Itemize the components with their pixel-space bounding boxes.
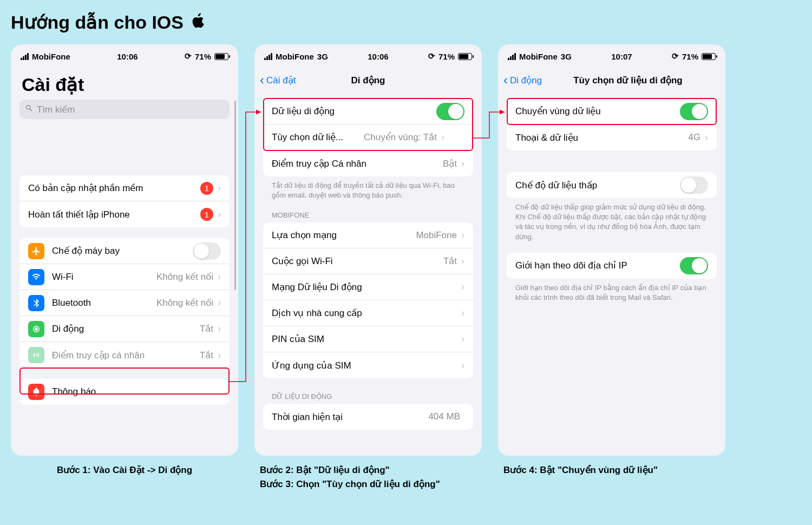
- chevron-right-icon: ›: [461, 158, 464, 169]
- status-bar: MobiFone 3G 10:07 ⟳ 71%: [498, 44, 725, 68]
- row-label: Dữ liệu di động: [272, 106, 436, 117]
- row-label: Di động: [52, 323, 200, 334]
- row-data-options[interactable]: Tùy chọn dữ liệ... Chuyển vùng: Tắt ›: [263, 124, 473, 150]
- bluetooth-icon: [28, 295, 44, 311]
- carrier-label: MobiFone: [32, 52, 70, 61]
- back-button[interactable]: ‹ Cài đặt: [260, 73, 296, 88]
- network-label: 3G: [561, 52, 572, 61]
- signal-icon: [508, 53, 516, 60]
- section-header: MOBIFONE: [254, 208, 482, 222]
- toggle-roaming[interactable]: [680, 103, 708, 120]
- chevron-right-icon: ›: [705, 132, 708, 143]
- chevron-right-icon: ›: [218, 350, 221, 361]
- search-icon: [25, 104, 34, 115]
- row-hotspot[interactable]: Điểm truy cập cá nhân Tắt ›: [19, 342, 230, 368]
- signal-icon: [264, 53, 272, 60]
- search-input[interactable]: Tìm kiếm: [19, 100, 230, 119]
- phone-1-settings: MobiFone 10:06 ⟳ 71% Cài đặt Tìm kiếm Có…: [11, 44, 238, 456]
- chevron-right-icon: ›: [218, 182, 221, 194]
- row-detail: Không kết nối: [156, 297, 213, 309]
- row-label: Ứng dụng của SIM: [272, 360, 461, 371]
- row-network-select[interactable]: Lựa chọn mạngMobiFone›: [263, 222, 473, 248]
- status-bar: MobiFone 10:06 ⟳ 71%: [11, 44, 238, 68]
- toggle-ip-limit[interactable]: [680, 257, 708, 274]
- chevron-right-icon: ›: [461, 281, 464, 293]
- back-button[interactable]: ‹ Di động: [503, 73, 542, 88]
- row-detail: Tắt: [443, 255, 457, 267]
- row-airplane[interactable]: Chế độ máy bay: [19, 238, 230, 264]
- row-notifications[interactable]: Thông báo: [19, 379, 230, 405]
- group-data: Dữ liệu di động Tùy chọn dữ liệ... Chuyể…: [263, 99, 473, 176]
- airplane-icon: [28, 243, 44, 259]
- status-bar: MobiFone 3G 10:06 ⟳ 71%: [254, 44, 482, 68]
- row-wifi[interactable]: Wi-Fi Không kết nối ›: [19, 264, 230, 290]
- chevron-right-icon: ›: [461, 255, 464, 267]
- row-software-update[interactable]: Có bản cập nhật phần mềm 1 ›: [19, 175, 230, 201]
- group-carrier: Lựa chọn mạngMobiFone› Cuộc gọi Wi-FiTắt…: [263, 222, 473, 378]
- row-sim-pin[interactable]: PIN của SIM›: [263, 326, 473, 352]
- group-usage: Thời gian hiện tại404 MB: [263, 404, 473, 430]
- search-placeholder: Tìm kiếm: [37, 104, 75, 115]
- row-mobile-data[interactable]: Dữ liệu di động: [263, 99, 473, 124]
- row-low-data[interactable]: Chế độ dữ liệu thấp: [507, 172, 717, 198]
- footer-note: Giới hạn theo dõi địa chỉ IP bằng cách ẩ…: [498, 283, 725, 310]
- back-label: Cài đặt: [266, 75, 296, 86]
- row-label: Bluetooth: [52, 298, 156, 309]
- row-data-roaming[interactable]: Chuyển vùng dữ liệu: [507, 99, 717, 124]
- row-label: Tùy chọn dữ liệ...: [272, 132, 364, 143]
- row-detail: Tắt: [200, 323, 213, 334]
- hotspot-icon: [28, 347, 44, 363]
- row-finish-setup[interactable]: Hoàn tất thiết lập iPhone 1 ›: [19, 201, 230, 227]
- back-label: Di động: [510, 75, 542, 86]
- row-sim-apps[interactable]: Ứng dụng của SIM›: [263, 352, 473, 378]
- chevron-left-icon: ‹: [503, 73, 508, 88]
- chevron-right-icon: ›: [218, 271, 221, 283]
- row-detail: Không kết nối: [156, 271, 213, 283]
- row-carrier-services[interactable]: Dịch vụ nhà cung cấp›: [263, 300, 473, 326]
- row-detail: Tắt: [200, 350, 213, 361]
- sync-icon: ⟳: [185, 51, 192, 61]
- row-ip-limit[interactable]: Giới hạn theo dõi địa chỉ IP: [507, 253, 717, 279]
- toggle-mobile-data[interactable]: [436, 103, 464, 120]
- row-detail: Bật: [443, 158, 457, 169]
- row-voice-data[interactable]: Thoại & dữ liệu 4G ›: [507, 124, 717, 150]
- page-title: Cài đặt: [11, 68, 238, 100]
- caption-3: Bước 4: Bật "Chuyển vùng dữ liệu": [498, 463, 725, 491]
- row-cellular-network[interactable]: Mạng Dữ liệu Di động›: [263, 274, 473, 300]
- row-detail: 404 MB: [428, 411, 460, 422]
- row-cellular[interactable]: Di động Tắt ›: [19, 316, 230, 342]
- battery-icon: [702, 53, 716, 60]
- toggle-low-data[interactable]: [680, 176, 708, 194]
- row-hotspot[interactable]: Điểm truy cập Cá nhân Bật ›: [263, 150, 473, 176]
- battery-icon: [214, 53, 228, 60]
- row-label: Có bản cập nhật phần mềm: [28, 182, 200, 194]
- phone-2-mobile: MobiFone 3G 10:06 ⟳ 71% ‹ Cài đặt Di độn…: [254, 44, 482, 456]
- row-wifi-calling[interactable]: Cuộc gọi Wi-FiTắt›: [263, 248, 473, 274]
- captions: Bước 1: Vào Cài Đặt -> Di động Bước 2: B…: [11, 463, 801, 491]
- row-detail: 4G: [688, 132, 700, 143]
- carrier-label: MobiFone: [519, 52, 558, 61]
- group-ip-limit: Giới hạn theo dõi địa chỉ IP: [507, 253, 717, 279]
- wifi-icon: [28, 269, 44, 285]
- apple-icon: [190, 11, 206, 34]
- group-low-data: Chế độ dữ liệu thấp: [507, 172, 717, 198]
- row-detail: MobiFone: [416, 230, 457, 241]
- phones-container: MobiFone 10:06 ⟳ 71% Cài đặt Tìm kiếm Có…: [11, 44, 801, 456]
- nav-bar: ‹ Cài đặt Di động: [254, 68, 482, 92]
- guide-title: Hướng dẫn cho IOS: [11, 11, 801, 34]
- row-current-period[interactable]: Thời gian hiện tại404 MB: [263, 404, 473, 430]
- time-label: 10:06: [117, 52, 137, 61]
- toggle-airplane[interactable]: [193, 242, 221, 260]
- row-bluetooth[interactable]: Bluetooth Không kết nối ›: [19, 290, 230, 316]
- battery-icon: [458, 53, 472, 60]
- row-label: Điểm truy cập Cá nhân: [272, 158, 443, 169]
- row-label: Thời gian hiện tại: [272, 411, 428, 423]
- footer-note: Chế độ dữ liệu thấp giúp giảm mức sử dụn…: [498, 202, 725, 250]
- carrier-label: MobiFone: [276, 52, 314, 61]
- chevron-right-icon: ›: [461, 229, 464, 241]
- scrollbar[interactable]: [234, 101, 236, 290]
- row-label: Hoàn tất thiết lập iPhone: [28, 209, 200, 220]
- group-roaming: Chuyển vùng dữ liệu Thoại & dữ liệu 4G ›: [507, 99, 717, 150]
- chevron-right-icon: ›: [441, 132, 444, 143]
- chevron-right-icon: ›: [218, 297, 221, 309]
